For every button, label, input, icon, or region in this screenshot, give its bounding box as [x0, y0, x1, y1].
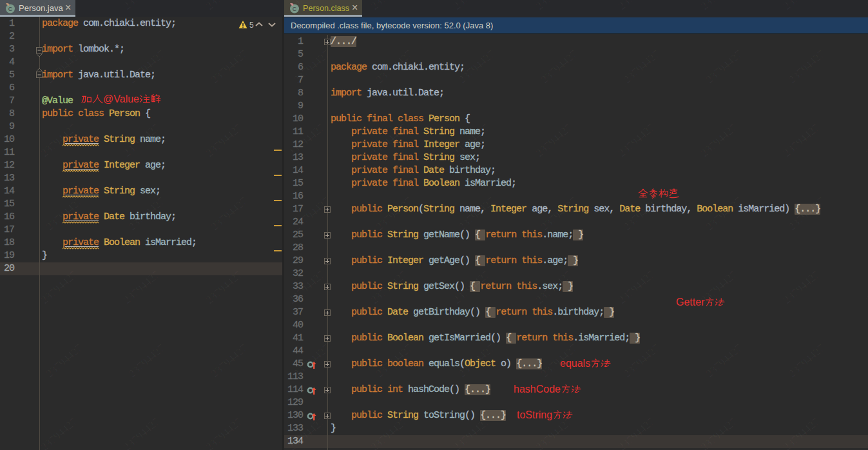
svg-text:5: 5	[249, 21, 254, 30]
svg-text:C: C	[8, 6, 13, 12]
svg-text:C: C	[293, 6, 297, 12]
